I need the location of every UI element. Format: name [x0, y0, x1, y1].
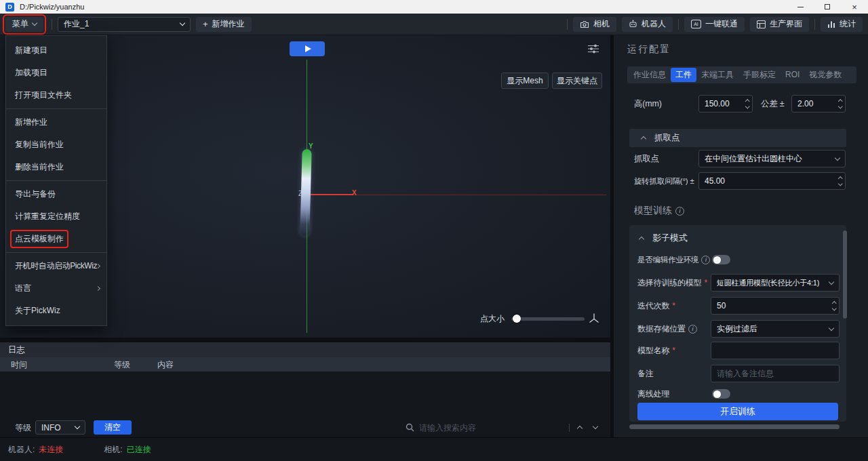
menu-item-open-project-folder[interactable]: 打开项目文件夹: [6, 84, 106, 106]
remark-label: 备注: [637, 365, 654, 382]
close-button[interactable]: ×: [841, 0, 868, 14]
one-key-connect-label: 一键联通: [705, 18, 738, 30]
remark-input[interactable]: [711, 369, 839, 378]
chevron-down-icon: [180, 20, 185, 26]
menu-item-load-project[interactable]: 加载项目: [6, 62, 106, 84]
add-job-button[interactable]: + 新增作业: [196, 17, 252, 32]
window-controls: ×: [787, 0, 868, 14]
grab-section-header[interactable]: 抓取点: [629, 129, 846, 147]
chevron-down-icon: [75, 424, 80, 429]
menu-item-point-cloud-template[interactable]: 点云模板制作: [6, 228, 106, 250]
menu-item-label: 关于PickWiz: [15, 305, 60, 317]
camera-label: 相机: [593, 18, 610, 30]
chevron-right-icon: [96, 286, 100, 291]
menu-item-new-project[interactable]: 新建项目: [6, 39, 106, 62]
model-name-input[interactable]: [711, 346, 839, 355]
info-icon[interactable]: i: [701, 256, 710, 264]
tolerance-input[interactable]: [792, 99, 845, 108]
edit-env-toggle[interactable]: [712, 255, 730, 264]
log-column-content: 内容: [157, 359, 174, 371]
height-input[interactable]: [699, 99, 752, 108]
menu-item-label: 开机时自动启动PickWiz: [15, 260, 97, 272]
stepper-icon[interactable]: [839, 96, 842, 112]
storage-select[interactable]: 实例过滤后: [711, 320, 840, 338]
clear-log-button[interactable]: 清空: [94, 420, 132, 435]
menu-item-language[interactable]: 语言: [6, 277, 106, 300]
offline-toggle[interactable]: [712, 389, 730, 399]
model-training-title: 模型训练 i: [634, 205, 684, 217]
menu-divider: [6, 108, 106, 109]
menu-item-compute-repeat-accuracy[interactable]: 计算重复定位精度: [6, 205, 106, 228]
slider-knob[interactable]: [513, 315, 521, 323]
show-mesh-button[interactable]: 显示Mesh: [501, 73, 549, 89]
menu-item-delete-current-job[interactable]: 删除当前作业: [6, 156, 106, 178]
stepper-icon[interactable]: [746, 96, 749, 112]
robot-button[interactable]: 机器人: [622, 17, 673, 32]
job-select[interactable]: 作业_1: [58, 17, 191, 32]
tab-roi[interactable]: ROI: [781, 68, 804, 82]
start-training-button[interactable]: 开启训练: [637, 403, 838, 420]
annotation-menu-highlight: 菜单: [3, 14, 46, 35]
log-body[interactable]: [0, 372, 610, 419]
menu-item-about[interactable]: 关于PickWiz: [6, 300, 106, 322]
menu-item-label: 打开项目文件夹: [15, 89, 72, 101]
one-key-connect-button[interactable]: AI 一键联通: [684, 17, 745, 32]
statistics-button[interactable]: 统计: [821, 17, 863, 32]
robot-icon: [629, 20, 637, 28]
panel-vertical-scrollbar[interactable]: [843, 230, 847, 319]
maximize-button[interactable]: [814, 0, 841, 14]
menu-item-auto-start[interactable]: 开机时自动启动PickWiz: [6, 255, 106, 277]
rotation-interval-input[interactable]: [699, 176, 845, 186]
minimize-button[interactable]: [787, 0, 814, 14]
tab-workpiece[interactable]: 工件: [671, 68, 696, 82]
menu-item-copy-current-job[interactable]: 复制当前作业: [6, 134, 106, 156]
axes-display-button[interactable]: [586, 310, 602, 326]
log-column-time: 时间: [11, 359, 27, 371]
menu-divider: [6, 180, 106, 181]
search-prev-button[interactable]: [574, 422, 585, 433]
search-next-button[interactable]: [590, 422, 601, 433]
menu-button[interactable]: 菜单: [5, 17, 43, 32]
iterations-input[interactable]: [711, 301, 839, 310]
show-keypoints-button[interactable]: 显示关键点: [552, 73, 602, 89]
storage-label: 数据存储位置 i: [637, 320, 697, 338]
log-level-select[interactable]: INFO: [35, 420, 85, 435]
production-ui-button[interactable]: 生产界面: [750, 17, 809, 32]
log-search-input[interactable]: [419, 423, 564, 433]
model-select[interactable]: 短圆柱通用模型(长径比小于4:1): [711, 274, 840, 292]
camera-status-value: 已连接: [127, 444, 151, 456]
height-label: 高(mm): [634, 95, 662, 113]
iterations-label: 迭代次数*: [637, 297, 675, 315]
plus-icon: +: [203, 20, 208, 28]
menu-item-add-job[interactable]: 新增作业: [6, 111, 106, 134]
panel-horizontal-scrollbar[interactable]: [629, 424, 840, 429]
camera-button[interactable]: 相机: [573, 17, 616, 32]
stepper-icon[interactable]: [833, 298, 836, 314]
tab-job-info[interactable]: 作业信息: [629, 68, 671, 82]
shadow-section-header[interactable]: 影子模式: [639, 232, 688, 244]
robot-label: 机器人: [642, 18, 666, 30]
chevron-down-icon: [829, 325, 834, 330]
tab-hand-eye-calibration[interactable]: 手眼标定: [738, 68, 781, 82]
stepper-icon[interactable]: [839, 173, 842, 189]
point-cloud-object: [300, 149, 311, 236]
sliders-icon: [587, 43, 599, 54]
chevron-up-icon: [639, 236, 644, 241]
rotation-interval-label: 旋转抓取间隔(°) ±: [634, 172, 694, 190]
tab-end-tool[interactable]: 末端工具: [696, 68, 738, 82]
menu-item-export-backup[interactable]: 导出与备份: [6, 183, 106, 205]
model-name-label: 模型名称*: [637, 342, 675, 359]
edit-env-label: 是否编辑作业环境 i: [637, 251, 710, 268]
display-settings-button[interactable]: [586, 41, 601, 56]
tab-vision-params[interactable]: 视觉参数: [804, 68, 846, 82]
bar-chart-icon: [827, 20, 835, 28]
menu-divider: [6, 252, 106, 253]
play-button[interactable]: [290, 41, 325, 56]
toolbar-divider: [814, 19, 815, 30]
required-asterisk: *: [672, 301, 675, 310]
info-icon[interactable]: i: [675, 207, 684, 216]
shadow-mode-card: 影子模式 是否编辑作业环境 i 选择待训练的模型* 短圆柱通用模型(长径比小于4…: [629, 225, 846, 422]
info-icon[interactable]: i: [688, 325, 697, 334]
point-size-slider[interactable]: [511, 317, 585, 321]
grab-point-select[interactable]: 在中间位置估计出圆柱中心: [698, 150, 846, 167]
